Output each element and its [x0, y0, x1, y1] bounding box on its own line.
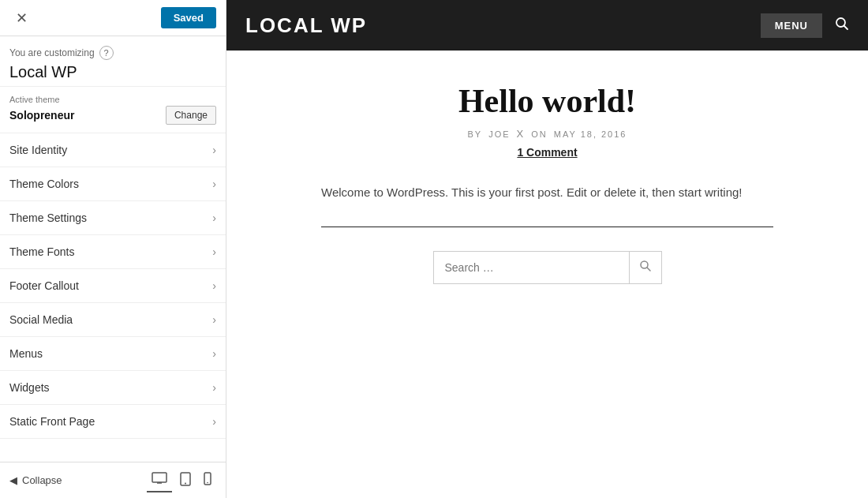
chevron-right-icon: ›	[212, 313, 216, 326]
chevron-right-icon: ›	[212, 144, 216, 156]
svg-line-10	[647, 268, 650, 271]
search-icon[interactable]	[835, 17, 849, 35]
sidebar-item-menus[interactable]: Menus ›	[0, 337, 226, 371]
chevron-right-icon: ›	[212, 245, 216, 258]
search-submit-icon	[639, 260, 652, 272]
post-meta-on: ON	[531, 129, 548, 139]
collapse-button[interactable]: ◀ Collapse	[9, 474, 62, 486]
post-meta-x: X	[517, 128, 526, 140]
post-meta: BY JOE X ON MAY 18, 2016	[321, 128, 773, 140]
sidebar-item-footer-callout[interactable]: Footer Callout ›	[0, 269, 226, 303]
site-title: LOCAL WP	[245, 13, 367, 38]
close-button[interactable]: ✕	[9, 6, 34, 30]
search-input[interactable]	[434, 253, 629, 282]
content-area: Hello world! BY JOE X ON MAY 18, 2016 1 …	[226, 51, 868, 498]
chevron-right-icon: ›	[212, 178, 216, 190]
sidebar-topbar: ✕ Saved	[0, 0, 226, 36]
sidebar-item-theme-colors[interactable]: Theme Colors ›	[0, 167, 226, 201]
sidebar-item-static-front-page[interactable]: Static Front Page ›	[0, 405, 226, 439]
header-right: MENU	[761, 13, 849, 38]
active-theme-label: Active theme	[9, 95, 216, 104]
active-theme-section: Active theme Solopreneur Change	[0, 87, 226, 133]
active-theme-row: Solopreneur Change	[9, 106, 216, 125]
sidebar-item-theme-fonts[interactable]: Theme Fonts ›	[0, 235, 226, 269]
chevron-right-icon: ›	[212, 347, 216, 360]
chevron-right-icon: ›	[212, 279, 216, 292]
sidebar-item-site-identity[interactable]: Site Identity ›	[0, 133, 226, 167]
view-buttons	[147, 469, 216, 492]
post-meta-by: BY	[468, 129, 483, 139]
post-meta-date: MAY 18, 2016	[554, 129, 627, 139]
theme-name: Solopreneur	[9, 109, 74, 122]
change-theme-button[interactable]: Change	[166, 106, 216, 125]
collapse-label: Collapse	[22, 474, 62, 486]
view-mobile-button[interactable]	[199, 469, 216, 492]
sidebar-bottom: ◀ Collapse	[0, 462, 226, 498]
svg-rect-0	[152, 473, 166, 482]
sidebar-item-social-media[interactable]: Social Media ›	[0, 303, 226, 337]
site-name: Local WP	[9, 63, 216, 81]
view-desktop-button[interactable]	[147, 469, 172, 492]
saved-button[interactable]: Saved	[161, 7, 216, 28]
post-comments-link[interactable]: 1 Comment	[321, 146, 773, 159]
desktop-icon	[152, 472, 167, 485]
preview-area: LOCAL WP MENU Hello world! BY JOE X ON M…	[226, 0, 868, 498]
customizing-info: You are customizing ? Local WP	[0, 36, 226, 87]
chevron-right-icon: ›	[212, 381, 216, 394]
collapse-arrow-icon: ◀	[9, 474, 17, 486]
view-tablet-button[interactable]	[175, 469, 196, 492]
post-body: Welcome to WordPress. This is your first…	[321, 182, 773, 203]
site-header: LOCAL WP MENU	[226, 0, 868, 51]
menu-items: Site Identity › Theme Colors › Theme Set…	[0, 133, 226, 462]
chevron-right-icon: ›	[212, 415, 216, 428]
tablet-icon	[180, 472, 191, 486]
post-meta-author: JOE	[488, 129, 510, 139]
post-title: Hello world!	[321, 82, 773, 120]
search-widget	[433, 251, 662, 284]
sidebar: ✕ Saved You are customizing ? Local WP A…	[0, 0, 226, 498]
svg-line-8	[844, 25, 848, 29]
chevron-right-icon: ›	[212, 212, 216, 224]
svg-point-4	[185, 482, 186, 484]
mobile-icon	[204, 472, 211, 485]
sidebar-item-theme-settings[interactable]: Theme Settings ›	[0, 201, 226, 235]
menu-button[interactable]: MENU	[761, 13, 822, 38]
sidebar-item-widgets[interactable]: Widgets ›	[0, 371, 226, 405]
help-icon[interactable]: ?	[99, 46, 114, 60]
customizing-label: You are customizing ?	[9, 46, 216, 60]
svg-point-6	[207, 482, 208, 484]
search-submit-button[interactable]	[629, 252, 661, 283]
post-divider	[321, 227, 773, 227]
